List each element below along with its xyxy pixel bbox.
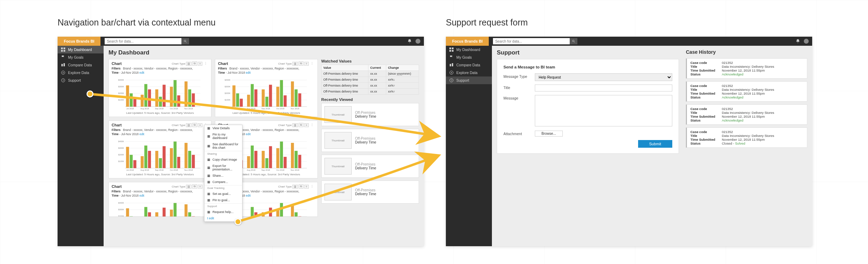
search-button[interactable] bbox=[181, 38, 189, 44]
message-textarea[interactable] bbox=[535, 95, 672, 126]
svg-rect-61 bbox=[185, 143, 188, 168]
chart-type-bar-icon[interactable]: ▥ bbox=[292, 123, 298, 127]
browse-button[interactable]: Browse... bbox=[535, 131, 563, 137]
case-card[interactable]: Case code021352 TitleData Inconsistency:… bbox=[686, 81, 807, 102]
sidebar-item-compare[interactable]: Compare Data bbox=[58, 61, 104, 69]
ctx-item[interactable]: ▦Pin to my dashboard bbox=[204, 131, 242, 141]
chart-type-bar-icon[interactable]: ▥ bbox=[186, 62, 192, 66]
recent-item[interactable]: Thumbnail Off-PremisesDelivery Time bbox=[321, 103, 419, 126]
sidebar-item-explore[interactable]: Explore Data bbox=[446, 69, 492, 76]
recent-info: Off-PremisesDelivery Time bbox=[355, 111, 376, 118]
sidebar-item-dashboard[interactable]: My Dashboard bbox=[446, 46, 492, 53]
sidebar-item-support[interactable]: ? Support bbox=[58, 76, 104, 84]
logo[interactable]: Focus Brands BI bbox=[58, 37, 100, 46]
chart-type-bar-icon[interactable]: ▥ bbox=[292, 185, 298, 189]
chart-menu-icon[interactable]: ⋮ bbox=[309, 62, 315, 65]
svg-text:$100K: $100K bbox=[118, 160, 124, 162]
svg-rect-83 bbox=[148, 212, 151, 217]
chart-type-table-icon[interactable]: ≡ bbox=[304, 123, 309, 127]
chart-menu-icon[interactable]: ⋮ bbox=[309, 185, 315, 188]
message-type-select[interactable]: Help Request bbox=[535, 73, 672, 81]
sidebar-item-goals[interactable]: My Goals bbox=[446, 53, 492, 61]
edit-link[interactable]: edit bbox=[140, 71, 144, 74]
chart-type-line-icon[interactable]: ⧉ bbox=[299, 123, 304, 127]
ctx-sharing-item[interactable]: ▦Share... bbox=[204, 173, 242, 179]
app-support: Focus Brands BI My Dashboard My Goals Co… bbox=[446, 37, 812, 246]
edit-link[interactable]: edit bbox=[140, 132, 144, 136]
edit-link[interactable]: edit bbox=[246, 71, 251, 74]
table-row[interactable]: Off-Premises delivery timexx.xxxx%↑ bbox=[321, 83, 419, 89]
search-input[interactable] bbox=[493, 38, 570, 44]
chart-type-line-icon[interactable]: ⧉ bbox=[299, 61, 304, 66]
logo[interactable]: Focus Brands BI bbox=[446, 37, 489, 46]
table-row[interactable]: Off-Premises delivery timexx.xx(since yy… bbox=[321, 71, 419, 77]
edit-link[interactable]: edit bbox=[140, 194, 144, 197]
sidebar-item-dashboard[interactable]: My Dashboard bbox=[58, 46, 104, 53]
search-button[interactable] bbox=[570, 38, 577, 44]
edit-link[interactable]: edit bbox=[246, 132, 251, 136]
recent-item[interactable]: Thumbnail Off-PremisesDelivery Time bbox=[321, 181, 419, 204]
submit-button[interactable]: Submit bbox=[638, 140, 672, 148]
svg-text:Nov 2018: Nov 2018 bbox=[184, 169, 193, 171]
title-input[interactable] bbox=[535, 85, 672, 91]
sidebar-item-compare[interactable]: Compare Data bbox=[446, 61, 492, 69]
bell-icon[interactable] bbox=[795, 39, 800, 44]
avatar[interactable] bbox=[416, 39, 420, 44]
chart-type-table-icon[interactable]: ≡ bbox=[198, 123, 202, 127]
sidebar-item-support[interactable]: ?Support bbox=[446, 76, 492, 84]
chart-title: Chart bbox=[112, 123, 122, 127]
chart-type-line-icon[interactable]: ⧉ bbox=[192, 123, 197, 127]
ctx-goal-item[interactable]: ▦Pin to goal... bbox=[204, 197, 242, 203]
chart-menu-icon[interactable]: ⋮ bbox=[203, 62, 208, 65]
chart-type-bar-icon[interactable]: ▥ bbox=[292, 62, 298, 66]
sidebar-item-goals[interactable]: My Goals bbox=[58, 53, 104, 61]
ctx-sharing-item[interactable]: ▦Copy chart image bbox=[204, 156, 242, 163]
table-row[interactable]: Off-Premises delivery timexx.xxxx%↓ bbox=[321, 77, 419, 83]
sidebar: My Dashboard My Goals Compare Data Explo… bbox=[58, 46, 104, 246]
sidebar-item-explore[interactable]: Explore Data bbox=[58, 69, 104, 76]
chart-type-line-icon[interactable]: ⧉ bbox=[192, 61, 197, 66]
bell-icon[interactable] bbox=[407, 39, 412, 44]
chart-time: Time - Jul-Nov 2018 edit bbox=[112, 194, 208, 197]
chart-type-bar-icon[interactable]: ▥ bbox=[186, 123, 192, 127]
chart-type-table-icon[interactable]: ≡ bbox=[304, 62, 309, 66]
edit-link[interactable]: edit bbox=[246, 194, 251, 197]
chart-type-table-icon[interactable]: ≡ bbox=[198, 62, 202, 66]
ctx-item[interactable]: ▦See dashboard for this chart bbox=[204, 141, 242, 151]
watched-cell: xx.xx bbox=[368, 71, 386, 77]
case-card[interactable]: Case code021352 TitleData Inconsistency:… bbox=[686, 127, 807, 148]
case-card[interactable]: Case code021352 TitleData Inconsistency:… bbox=[686, 58, 807, 79]
chart-menu-icon[interactable]: ⋮ bbox=[309, 123, 315, 127]
svg-rect-4 bbox=[61, 50, 63, 52]
ctx-goal-item[interactable]: ▦Set as goal... bbox=[204, 191, 242, 197]
page-title: Support bbox=[497, 49, 679, 56]
search-input[interactable] bbox=[105, 38, 181, 44]
left-panel-title: Navigation bar/chart via contextual menu bbox=[58, 17, 216, 28]
svg-text:Oct 2018: Oct 2018 bbox=[170, 169, 178, 171]
table-row[interactable]: Off-Premises delivery timexx.xxxx%↑ bbox=[321, 89, 419, 95]
svg-rect-87 bbox=[170, 210, 173, 217]
label-message-type: Message Type bbox=[503, 73, 535, 79]
sidebar-label: Explore Data bbox=[456, 71, 478, 75]
recent-item[interactable]: Thumbnail Off-PremisesDelivery Time bbox=[321, 155, 419, 178]
chart-type-line-icon[interactable]: ⧉ bbox=[192, 184, 197, 189]
avatar[interactable] bbox=[804, 39, 809, 44]
chart-type-bar-icon[interactable]: ▥ bbox=[186, 185, 192, 189]
ctx-request-help[interactable]: ▦Request help... bbox=[204, 209, 242, 215]
ctx-compare[interactable]: ▦Compare... bbox=[204, 179, 242, 185]
svg-text:Oct 2018: Oct 2018 bbox=[276, 169, 284, 171]
svg-rect-120 bbox=[294, 89, 298, 107]
case-card[interactable]: Case code021352 TitleData Inconsistency:… bbox=[686, 104, 807, 125]
watched-cell: xx.xx bbox=[368, 89, 386, 95]
chart-type-table-icon[interactable]: ≡ bbox=[198, 185, 202, 189]
chart-type-table-icon[interactable]: ≡ bbox=[304, 185, 309, 189]
label-title: Title bbox=[503, 85, 535, 90]
ctx-item[interactable]: ▦View Details bbox=[204, 125, 242, 131]
chart-type-line-icon[interactable]: ⧉ bbox=[299, 184, 304, 189]
svg-text:Sep 2018: Sep 2018 bbox=[155, 108, 163, 110]
svg-rect-23 bbox=[141, 95, 144, 107]
compare-icon bbox=[449, 63, 454, 67]
svg-rect-29 bbox=[170, 87, 173, 107]
ctx-sharing-item[interactable]: ▦Export for presentation... bbox=[204, 163, 242, 173]
recent-item[interactable]: Thumbnail Off-PremisesDelivery Time bbox=[321, 129, 419, 152]
